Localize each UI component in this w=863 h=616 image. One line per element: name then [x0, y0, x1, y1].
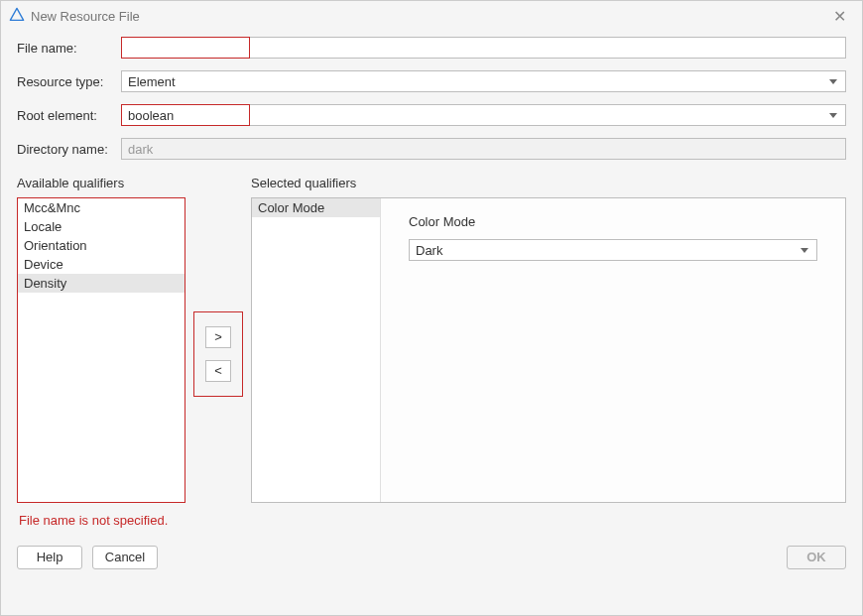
resource-type-value: Element: [122, 74, 829, 89]
resource-type-label: Resource type:: [17, 74, 121, 89]
app-icon: [9, 7, 31, 26]
available-qualifier-item[interactable]: Density: [18, 274, 185, 293]
selected-qualifiers-column: Selected qualifiers Color Mode Color Mod…: [251, 176, 846, 503]
chevron-down-icon: [801, 248, 808, 253]
qualifier-detail-select[interactable]: Dark: [409, 239, 817, 261]
available-qualifiers-heading: Available qualifiers: [17, 176, 185, 193]
qualifiers-area: Available qualifiers Mcc&MncLocaleOrient…: [17, 176, 846, 503]
root-element-row: Root element: boolean: [17, 104, 846, 126]
root-element-select[interactable]: boolean: [121, 104, 846, 126]
directory-name-input: [122, 139, 845, 159]
resource-type-row: Resource type: Element: [17, 70, 846, 92]
transfer-buttons: > <: [193, 311, 243, 397]
dialog-content: File name: Resource type: Element Root e…: [1, 31, 862, 538]
available-qualifiers-column: Available qualifiers Mcc&MncLocaleOrient…: [17, 176, 185, 503]
move-left-button[interactable]: <: [205, 360, 231, 382]
qualifier-detail-label: Color Mode: [409, 214, 817, 229]
move-right-button[interactable]: >: [205, 326, 231, 348]
selected-qualifiers-panel: Color Mode Color Mode Dark: [251, 197, 846, 503]
window-title: New Resource File: [31, 9, 140, 24]
titlebar: New Resource File ✕: [1, 1, 862, 31]
root-element-value: boolean: [122, 108, 829, 123]
available-qualifier-item[interactable]: Orientation: [18, 236, 185, 255]
selected-qualifier-detail: Color Mode Dark: [381, 198, 845, 502]
chevron-down-icon: [829, 79, 837, 84]
available-qualifier-item[interactable]: Device: [18, 255, 185, 274]
selected-qualifiers-heading: Selected qualifiers: [251, 176, 846, 193]
chevron-down-icon: [829, 113, 837, 118]
close-icon[interactable]: ✕: [824, 7, 854, 26]
available-qualifier-item[interactable]: Locale: [18, 217, 185, 236]
root-element-label: Root element:: [17, 108, 121, 123]
footer-spacer: [168, 546, 777, 569]
validation-error: File name is not specified.: [17, 513, 846, 528]
selected-qualifier-item[interactable]: Color Mode: [252, 198, 380, 217]
file-name-input[interactable]: [122, 38, 845, 58]
ok-button[interactable]: OK: [787, 546, 846, 569]
qualifier-detail-value: Dark: [410, 243, 801, 258]
resource-type-select[interactable]: Element: [121, 70, 846, 92]
help-button[interactable]: Help: [17, 546, 82, 569]
directory-name-label: Directory name:: [17, 142, 121, 157]
file-name-field[interactable]: [121, 37, 846, 59]
directory-name-field: [121, 138, 846, 160]
available-qualifiers-list[interactable]: Mcc&MncLocaleOrientationDeviceDensity: [17, 197, 185, 503]
dialog-footer: Help Cancel OK: [1, 538, 862, 581]
selected-qualifiers-list[interactable]: Color Mode: [252, 198, 381, 502]
cancel-button[interactable]: Cancel: [92, 546, 158, 569]
file-name-row: File name:: [17, 37, 846, 59]
available-qualifier-item[interactable]: Mcc&Mnc: [18, 198, 185, 217]
file-name-label: File name:: [17, 41, 121, 56]
directory-name-row: Directory name:: [17, 138, 846, 160]
